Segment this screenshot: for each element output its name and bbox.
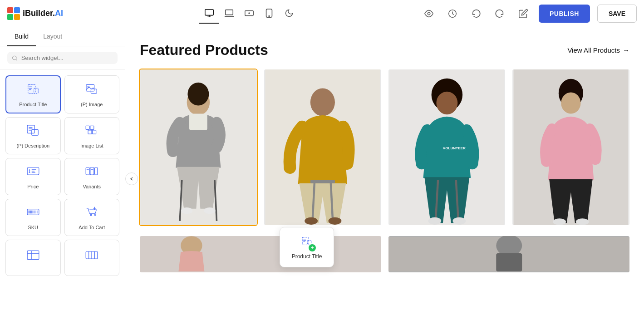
widget-p-image-label: (P) Image	[81, 102, 103, 107]
product-title-icon	[26, 82, 40, 99]
product-card-1[interactable]	[140, 69, 257, 225]
product-grid: VOLUNTEER	[140, 69, 629, 225]
product-card-4[interactable]	[512, 69, 629, 225]
view-all-link[interactable]: View All Products →	[567, 46, 629, 54]
widget-price-label: Price	[27, 184, 39, 189]
svg-point-83	[561, 93, 580, 114]
svg-rect-26	[93, 130, 96, 134]
svg-point-75	[436, 92, 457, 115]
device-tablet-landscape[interactable]	[239, 4, 259, 24]
undo-icon[interactable]	[468, 5, 484, 22]
svg-point-84	[553, 218, 566, 225]
variants-icon	[84, 164, 99, 181]
sidebar-tabs: Build Layout	[0, 27, 125, 46]
sku-icon	[26, 205, 40, 222]
search-icon	[12, 55, 18, 61]
device-laptop[interactable]	[219, 4, 239, 24]
svg-rect-0	[205, 10, 213, 15]
svg-rect-95	[496, 253, 522, 271]
bottom-card-2[interactable]	[388, 236, 630, 272]
featured-section: Featured Products View All Products →	[125, 27, 644, 236]
widget-image-list-label: Image List	[80, 143, 103, 148]
widget-p-image[interactable]: (P) Image	[64, 75, 120, 113]
svg-point-3	[249, 13, 250, 14]
collapse-sidebar-button[interactable]	[125, 172, 138, 185]
svg-point-85	[576, 218, 589, 225]
svg-rect-1	[226, 10, 233, 15]
publish-button[interactable]: PUBLISH	[539, 5, 590, 23]
drag-plus-icon: +	[309, 244, 316, 251]
device-group	[199, 4, 299, 23]
widget-p-description[interactable]: (P) Description	[5, 117, 61, 154]
drag-tooltip-icon: +	[300, 235, 313, 251]
svg-point-65	[204, 207, 216, 214]
widget-variants-label: Variants	[83, 184, 101, 189]
bottom-card-1[interactable]	[140, 236, 381, 272]
svg-point-67	[310, 88, 335, 116]
svg-rect-19	[32, 129, 38, 135]
product-image-2	[264, 69, 381, 225]
product-card-3[interactable]: VOLUNTEER	[388, 69, 506, 225]
search-input[interactable]	[21, 54, 113, 61]
logo-text: iBuilder.AI	[23, 9, 63, 18]
extra1-icon	[26, 248, 40, 265]
svg-rect-51	[27, 251, 39, 259]
price-icon	[26, 164, 40, 181]
svg-point-72	[328, 217, 341, 225]
widget-extra1[interactable]	[5, 240, 61, 276]
svg-line-9	[16, 59, 17, 60]
widget-price[interactable]: Price	[5, 158, 61, 195]
svg-rect-86	[302, 237, 309, 245]
svg-point-49	[90, 214, 92, 216]
widget-p-description-label: (P) Description	[16, 143, 49, 148]
view-all-arrow: →	[623, 46, 629, 54]
svg-rect-25	[88, 130, 92, 134]
product-card-2[interactable]	[264, 69, 381, 225]
p-image-icon	[84, 82, 99, 99]
widget-sku[interactable]: SKU	[5, 199, 61, 236]
svg-point-8	[13, 56, 16, 59]
svg-rect-18	[27, 125, 34, 133]
svg-rect-61	[189, 113, 207, 130]
svg-point-71	[305, 217, 318, 225]
save-button[interactable]: SAVE	[597, 5, 637, 23]
svg-rect-24	[90, 126, 94, 129]
widget-image-list[interactable]: Image List	[64, 117, 120, 154]
featured-title: Featured Products	[140, 42, 268, 59]
product-image-1	[140, 69, 257, 225]
widget-grid: Product Title (P) Image	[0, 70, 125, 281]
logo-ai: AI	[55, 9, 63, 18]
edit-icon[interactable]	[515, 5, 531, 22]
sidebar: Build Layout	[0, 27, 125, 330]
widget-add-to-cart[interactable]: Add To Cart	[64, 199, 120, 236]
search-input-wrap	[7, 52, 118, 64]
svg-rect-36	[95, 167, 98, 175]
tab-build[interactable]: Build	[7, 27, 36, 46]
tab-layout[interactable]: Layout	[36, 27, 69, 46]
canvas-area: Featured Products View All Products →	[125, 27, 644, 330]
search-box	[0, 46, 125, 70]
widget-product-title[interactable]: Product Title	[5, 75, 61, 113]
bottom-product-grid	[125, 236, 644, 272]
drag-tooltip-label: Product Title	[292, 253, 322, 260]
history-icon[interactable]	[444, 5, 461, 22]
product-image-4	[512, 69, 629, 225]
widget-extra2[interactable]	[64, 240, 120, 276]
svg-point-5	[269, 16, 270, 17]
device-dark-mode[interactable]	[279, 4, 299, 24]
device-desktop[interactable]	[199, 4, 219, 24]
redo-icon[interactable]	[492, 5, 508, 22]
extra2-icon	[84, 248, 99, 265]
widget-sku-label: SKU	[28, 225, 38, 230]
svg-point-50	[95, 214, 96, 216]
logo: iBuilder.AI	[7, 7, 63, 20]
view-all-label: View All Products	[567, 46, 620, 54]
add-to-cart-icon	[84, 205, 99, 222]
preview-icon[interactable]	[421, 5, 437, 22]
svg-rect-10	[28, 84, 35, 93]
widget-variants[interactable]: Variants	[64, 158, 120, 195]
widget-add-to-cart-label: Add To Cart	[79, 225, 105, 230]
main-layout: Build Layout	[0, 27, 644, 330]
svg-point-60	[187, 83, 209, 106]
device-mobile[interactable]	[259, 4, 279, 24]
